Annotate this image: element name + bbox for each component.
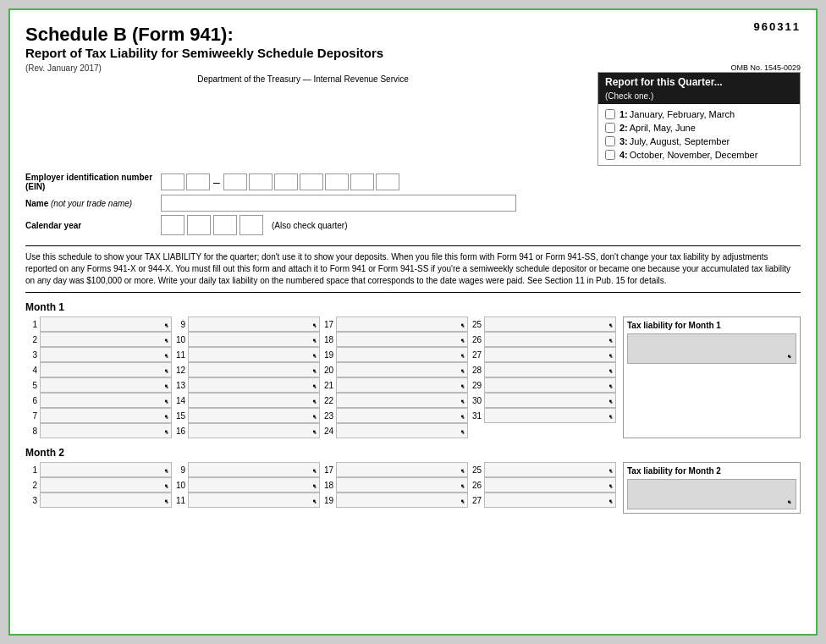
quarter-option-2[interactable]: 2: April, May, June: [605, 121, 793, 135]
month1-title: Month 1: [25, 301, 801, 313]
quarter-checkbox-4[interactable]: [605, 150, 615, 160]
day-input-11[interactable]: ▪: [188, 347, 320, 362]
m2-day-cell-10: 10▪: [173, 477, 320, 493]
ein-box-8[interactable]: [350, 173, 374, 190]
m2-day-input-17[interactable]: ▪: [336, 462, 468, 477]
day-cell-19: 19▪: [322, 347, 468, 362]
day-cell-7: 7▪: [25, 408, 172, 423]
m2-day-input-10[interactable]: ▪: [188, 477, 320, 493]
quarter-option-3[interactable]: 3: July, August, September: [605, 135, 793, 148]
m2-day-input-18[interactable]: ▪: [336, 477, 468, 493]
day-input-4[interactable]: ▪: [40, 362, 172, 377]
day-input-18[interactable]: ▪: [336, 332, 468, 347]
ein-box-1[interactable]: [161, 173, 184, 190]
day-cell-1: 1▪: [25, 316, 172, 332]
ein-box-4[interactable]: [249, 173, 273, 190]
day-input-6[interactable]: ▪: [40, 393, 172, 408]
tax-liability-month2-input[interactable]: ▪: [627, 479, 796, 509]
cal-box-2[interactable]: [187, 215, 211, 235]
day-input-25[interactable]: ▪: [484, 316, 616, 332]
day-input-31[interactable]: ▪: [484, 408, 616, 423]
day-input-7[interactable]: ▪: [40, 408, 172, 423]
day-cell-6: 6▪: [25, 393, 172, 408]
month1-grid: 1▪ 2▪ 3▪ 4▪ 5▪ 6▪ 7▪ 8▪ 9▪ 10▪ 11▪ 12▪: [25, 316, 616, 438]
day-input-2[interactable]: ▪: [40, 332, 172, 347]
cal-box-3[interactable]: [213, 215, 237, 235]
day-cell-2: 2▪: [25, 332, 172, 347]
ein-box-6[interactable]: [300, 173, 323, 190]
day-input-21[interactable]: ▪: [336, 377, 468, 393]
ein-row: Employer identification number (EIN) –: [25, 173, 801, 191]
day-input-23[interactable]: ▪: [336, 408, 468, 423]
m2-day-input-26[interactable]: ▪: [484, 477, 616, 493]
m2-day-input-9[interactable]: ▪: [188, 462, 320, 477]
quarter-option-1[interactable]: 1: January, February, March: [605, 107, 793, 121]
month1-col3: 17▪ 18▪ 19▪ 20▪ 21▪ 22▪ 23▪ 24▪: [322, 316, 468, 438]
day-input-5[interactable]: ▪: [40, 377, 172, 393]
day-input-13[interactable]: ▪: [188, 377, 320, 393]
day-input-12[interactable]: ▪: [188, 362, 320, 377]
month1-grid-wrapper: 1▪ 2▪ 3▪ 4▪ 5▪ 6▪ 7▪ 8▪ 9▪ 10▪ 11▪ 12▪: [25, 316, 801, 438]
tax-liability-month1-box: Tax liability for Month 1 ▪: [623, 316, 801, 438]
m2-day-input-2[interactable]: ▪: [40, 477, 172, 493]
day-cell-25: 25▪: [470, 316, 616, 332]
form-number: 960311: [754, 20, 801, 33]
day-input-20[interactable]: ▪: [336, 362, 468, 377]
m2-day-input-1[interactable]: ▪: [40, 462, 172, 477]
day-cell-8: 8▪: [25, 423, 172, 438]
m2-day-input-11[interactable]: ▪: [188, 493, 320, 508]
m2-day-input-3[interactable]: ▪: [40, 493, 172, 508]
day-input-14[interactable]: ▪: [188, 393, 320, 408]
m2-day-input-25[interactable]: ▪: [484, 462, 616, 477]
m2-day-input-27[interactable]: ▪: [484, 493, 616, 508]
day-cell-28: 28▪: [470, 362, 616, 377]
day-input-29[interactable]: ▪: [484, 377, 616, 393]
ein-box-5[interactable]: [274, 173, 298, 190]
name-row: Name (not your trade name): [25, 195, 801, 212]
tax-liability-month1-title: Tax liability for Month 1: [627, 321, 796, 330]
quarter-checkbox-3[interactable]: [605, 136, 615, 146]
quarter-checkbox-1[interactable]: [605, 109, 615, 119]
ein-box-2[interactable]: [186, 173, 210, 190]
m2-day-input-19[interactable]: ▪: [336, 493, 468, 508]
month2-grid: 1▪ 2▪ 3▪ 9▪ 10▪ 11▪ 17▪ 18▪ 19▪: [25, 462, 616, 514]
day-input-30[interactable]: ▪: [484, 393, 616, 408]
day-cell-21: 21▪: [322, 377, 468, 393]
cal-box-4[interactable]: [240, 215, 263, 235]
day-input-3[interactable]: ▪: [40, 347, 172, 362]
cal-box-1[interactable]: [161, 215, 184, 235]
month2-col2: 9▪ 10▪ 11▪: [173, 462, 320, 508]
day-input-16[interactable]: ▪: [188, 423, 320, 438]
month2-section: Month 2 1▪ 2▪ 3▪ 9▪ 10▪ 11▪ 17▪: [25, 447, 801, 514]
day-cell-16: 16▪: [173, 423, 320, 438]
day-input-28[interactable]: ▪: [484, 362, 616, 377]
day-input-27[interactable]: ▪: [484, 347, 616, 362]
title-block: Schedule B (Form 941): Report of Tax Lia…: [25, 24, 801, 166]
ein-box-3[interactable]: [223, 173, 247, 190]
name-input[interactable]: [161, 195, 516, 212]
ein-box-7[interactable]: [325, 173, 349, 190]
quarter-option-4[interactable]: 4: October, November, December: [605, 148, 793, 162]
ein-label: Employer identification number (EIN): [25, 173, 161, 191]
day-input-1[interactable]: ▪: [40, 316, 172, 332]
month1-day-rows: 1▪ 2▪ 3▪ 4▪ 5▪ 6▪ 7▪ 8▪ 9▪ 10▪ 11▪ 12▪: [25, 316, 616, 438]
month1-section: Month 1 1▪ 2▪ 3▪ 4▪ 5▪ 6▪ 7▪ 8▪: [25, 301, 801, 438]
tax-liability-month1-input[interactable]: ▪: [627, 333, 796, 364]
day-input-17[interactable]: ▪: [336, 316, 468, 332]
month1-col1: 1▪ 2▪ 3▪ 4▪ 5▪ 6▪ 7▪ 8▪: [25, 316, 172, 438]
day-input-10[interactable]: ▪: [188, 332, 320, 347]
day-input-19[interactable]: ▪: [336, 347, 468, 362]
day-input-8[interactable]: ▪: [40, 423, 172, 438]
ein-box-9[interactable]: [376, 173, 399, 190]
day-input-15[interactable]: ▪: [188, 408, 320, 423]
day-cell-26: 26▪: [470, 332, 616, 347]
day-input-9[interactable]: ▪: [188, 316, 320, 332]
day-input-24[interactable]: ▪: [336, 423, 468, 438]
quarter-checkbox-2[interactable]: [605, 123, 615, 133]
day-cell-14: 14▪: [173, 393, 320, 408]
quarter-options: 1: January, February, March 2: April, Ma…: [598, 104, 800, 165]
day-input-26[interactable]: ▪: [484, 332, 616, 347]
tax-liability-month2-box: Tax liability for Month 2 ▪: [623, 462, 801, 514]
day-input-22[interactable]: ▪: [336, 393, 468, 408]
form-title: Schedule B (Form 941):: [25, 24, 801, 46]
